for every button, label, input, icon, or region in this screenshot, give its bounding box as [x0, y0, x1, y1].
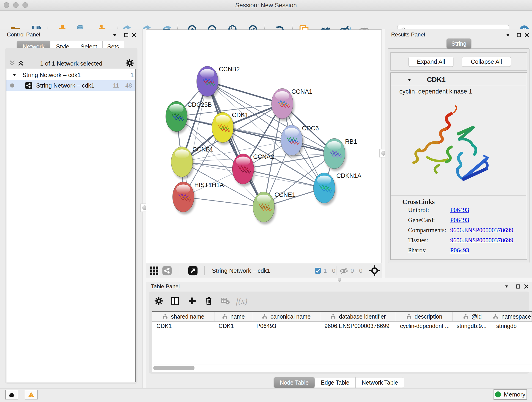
control-panel-title: Control Panel: [7, 32, 40, 38]
node-CDC6[interactable]: [281, 125, 304, 158]
network-view-icon[interactable]: [162, 266, 172, 276]
cell: 9606.ENSP00000378699: [320, 322, 396, 330]
network-tree-child-row[interactable]: String Network – cdk1 11 48: [6, 80, 135, 91]
crosslink-value-link[interactable]: 9606.ENSP00000378699: [450, 237, 513, 244]
titlebar: Session: New Session: [0, 0, 532, 11]
crosslink-label: Tissues:: [408, 237, 428, 244]
network-name-label: String Network – cdk1: [36, 82, 94, 89]
protein-collapse-icon[interactable]: [407, 78, 412, 82]
grid-view-icon[interactable]: [149, 266, 159, 275]
network-selection-status: 1 of 1 Network selected: [5, 60, 138, 67]
crosslink-value-link[interactable]: 9606.ENSP00000378699: [450, 227, 513, 234]
control-panel-close-button[interactable]: [131, 32, 137, 38]
expand-all-button[interactable]: Expand All: [409, 57, 453, 67]
table-toolbar-box: f(x) shared namenamecanonical namedataba…: [149, 292, 529, 374]
node-CCNB2[interactable]: [196, 66, 220, 99]
cell: cyclin-dependent ...: [396, 322, 452, 330]
status-bar: Memory: [0, 388, 532, 402]
scrollbar-thumb[interactable]: [153, 366, 195, 370]
network-status-dot: [10, 83, 14, 88]
memory-button[interactable]: Memory: [494, 389, 527, 400]
network-icon: [25, 82, 32, 89]
protein-structure-image: [404, 100, 496, 191]
results-panel-close-button[interactable]: [524, 32, 530, 38]
crosslink-label: Pharos:: [408, 247, 427, 254]
function-builder-icon[interactable]: f(x): [236, 296, 254, 306]
tab-network-table[interactable]: Network Table: [355, 377, 404, 388]
tab-edge-table[interactable]: Edge Table: [315, 377, 355, 388]
table-panel-close-button[interactable]: [524, 284, 529, 289]
column-header-description[interactable]: description: [396, 312, 452, 321]
warnings-button[interactable]: [25, 390, 38, 400]
tab-node-table[interactable]: Node Table: [274, 377, 315, 388]
memory-label: Memory: [504, 391, 525, 398]
results-panel-menu-button[interactable]: [505, 33, 511, 38]
results-panel-float-button[interactable]: [516, 32, 522, 38]
add-column-icon[interactable]: [187, 296, 197, 306]
tab-string[interactable]: String: [447, 38, 471, 49]
protein-name: CDK1: [419, 76, 453, 83]
crosslink-value-link[interactable]: P06493: [450, 247, 469, 254]
crosslinks-heading: CrossLinks: [402, 198, 435, 206]
cell: P06493: [252, 322, 320, 330]
column-header-database-identifier[interactable]: database identifier: [320, 312, 396, 321]
table-panel-float-button[interactable]: [515, 284, 521, 289]
node-CCNB1[interactable]: [171, 147, 194, 179]
node-label-CDC25B: CDC25B: [187, 101, 212, 108]
network-options-gear-icon[interactable]: [125, 58, 134, 68]
delete-table-icon[interactable]: [220, 296, 230, 306]
crosslink-label: GeneCard:: [408, 217, 435, 224]
column-header-@id[interactable]: @id: [452, 312, 492, 321]
protein-description: cyclin–dependent kinase 1: [399, 88, 472, 95]
node-label-CDKN1A: CDKN1A: [336, 172, 361, 179]
network-tree-root-row[interactable]: String Network – cdk1 1: [6, 70, 135, 80]
node-label-CCNA2: CCNA2: [253, 153, 274, 160]
node-RB1[interactable]: [323, 138, 346, 171]
delete-column-icon[interactable]: [204, 296, 214, 306]
table-panel: Table Panel f(x) shared namenamecanonica…: [146, 282, 532, 388]
protein-section-cdk1: CDK1 cyclin–dependent kinase 1: [390, 72, 527, 260]
crosslink-value-link[interactable]: P06493: [450, 217, 469, 224]
node-label-CCNE1: CCNE1: [274, 191, 296, 198]
table-horizontal-scrollbar[interactable]: [152, 364, 532, 372]
network-canvas[interactable]: CCNB2CCNA1CDC25BCDK1CDC6RB1CCNB1CCNA2CDK…: [146, 30, 382, 263]
current-network-title: String Network – cdk1: [212, 263, 270, 278]
table-row[interactable]: CDK1CDK1P064939606.ENSP00000378699cyclin…: [152, 322, 532, 330]
window-title: Session: New Session: [0, 2, 532, 9]
results-panel-title: Results Panel: [391, 32, 425, 38]
table-options-gear-icon[interactable]: [154, 296, 164, 306]
show-columns-icon[interactable]: [170, 296, 180, 306]
selected-nodes-checkbox[interactable]: [314, 267, 321, 274]
tree-expand-icon[interactable]: [12, 73, 17, 77]
table-panel-menu-button[interactable]: [504, 284, 509, 289]
cloud-button[interactable]: [5, 390, 18, 400]
memory-status-dot: [495, 391, 501, 397]
column-header-name[interactable]: name: [215, 312, 252, 321]
collapse-all-button[interactable]: Collapse All: [462, 57, 511, 67]
node-label-CDC6: CDC6: [302, 125, 319, 132]
node-label-RB1: RB1: [345, 138, 357, 145]
node-label-CCNA1: CCNA1: [291, 88, 312, 95]
control-panel-float-button[interactable]: [123, 32, 129, 38]
collection-count: 1: [125, 71, 134, 79]
node-CDKN1A[interactable]: [313, 173, 336, 205]
crosslink-label: Uniprot:: [408, 206, 429, 214]
crosslink-value-link[interactable]: P06493: [450, 206, 469, 214]
cell: stringdb: [492, 322, 532, 330]
hidden-eye-icon[interactable]: [340, 267, 348, 275]
birds-eye-view-icon[interactable]: [188, 266, 198, 276]
node-HIST1H1A[interactable]: [172, 182, 196, 214]
control-panel: Control Panel NetworkStyleSelectSets 1 o…: [0, 29, 143, 388]
column-header-shared-name[interactable]: shared name: [152, 312, 215, 321]
control-panel-menu-button[interactable]: [112, 33, 118, 38]
network-view-toolbar: String Network – cdk1 1 - 0 0 - 0: [146, 263, 382, 278]
node-CCNA2[interactable]: [232, 154, 255, 186]
horizontal-splitter[interactable]: [146, 278, 532, 282]
column-header-namespace[interactable]: namespace: [492, 312, 532, 321]
cell: CDK1: [215, 322, 252, 330]
node-count: 11: [110, 82, 119, 89]
node-CCNE1[interactable]: [253, 192, 276, 224]
column-header-canonical-name[interactable]: canonical name: [252, 312, 320, 321]
fit-selected-crosshair-icon[interactable]: [369, 265, 380, 276]
network-graph[interactable]: CCNB2CCNA1CDC25BCDK1CDC6RB1CCNB1CCNA2CDK…: [146, 30, 382, 263]
